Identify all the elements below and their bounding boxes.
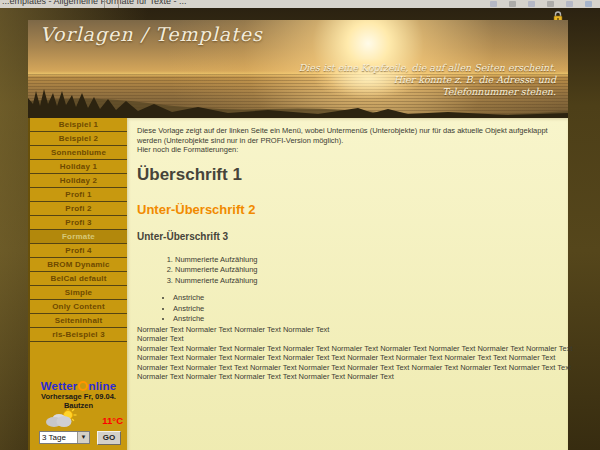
weather-forecast-date: Vorhersage Fr, 09.04. <box>30 392 127 401</box>
normal-text-line: Normaler Text <box>137 334 184 343</box>
numbered-list: Nummerierte Aufzählung Nummerierte Aufzä… <box>137 255 563 286</box>
sidebar-item-beispiel-2[interactable]: Beispiel 2 <box>30 132 127 146</box>
bullet-list: Anstriche Anstriche Anstriche <box>137 293 563 324</box>
browser-toolbar-icon[interactable] <box>528 1 535 7</box>
wetteronline-o-icon <box>78 381 88 391</box>
normal-text-line: Normaler Text Normaler Text Normaler Tex… <box>137 325 329 334</box>
screen: ...emplates - Allgemeine Formate für Tex… <box>0 0 600 450</box>
sidebar-item-rls-beispiel-3[interactable]: rls-Beispiel 3 <box>30 328 127 342</box>
formats-intro: Hier noch die Formatierungen: <box>137 145 563 155</box>
browser-toolbar-icons <box>490 0 592 8</box>
sidebar-item-profi-2[interactable]: Profi 2 <box>30 202 127 216</box>
tab-separator <box>104 0 105 8</box>
bullet-list-item: Anstriche <box>173 293 563 303</box>
browser-toolbar-icon[interactable] <box>490 1 497 7</box>
header-banner: Vorlagen / Templates Dies ist eine Kopfz… <box>28 20 568 118</box>
heading-3: Unter-Überschrift 3 <box>137 231 563 243</box>
intro-paragraph: Diese Vorlage zeigt auf der linken Seite… <box>137 126 567 145</box>
select-value: 3 Tage <box>40 432 77 443</box>
main-content: Diese Vorlage zeigt auf der linken Seite… <box>127 118 568 450</box>
heading-2: Unter-Überschrift 2 <box>137 202 563 217</box>
temperature-value: 11°C <box>102 415 123 426</box>
numbered-list-item: Nummerierte Aufzählung <box>175 255 563 265</box>
sidebar-item-profi-1[interactable]: Profi 1 <box>30 188 127 202</box>
weather-widget: Wetternline Vorhersage Fr, 09.04. Bautze… <box>30 380 127 445</box>
numbered-list-item: Nummerierte Aufzählung <box>175 265 563 275</box>
sidebar-menu: Beispiel 1 Beispiel 2 Sonnenblume Holida… <box>30 118 127 342</box>
weather-condition-row: 11°C <box>30 410 127 430</box>
heading-1: Überschrift 1 <box>137 165 563 185</box>
forecast-range-select[interactable]: 3 Tage ▼ <box>39 431 90 444</box>
weather-controls: 3 Tage ▼ GO <box>30 430 127 445</box>
sidebar-item-holiday-1[interactable]: Holiday 1 <box>30 160 127 174</box>
tagline-line: Telefonnummer stehen. <box>299 86 556 98</box>
sidebar-item-simple[interactable]: Simple <box>30 286 127 300</box>
go-button[interactable]: GO <box>97 431 121 445</box>
normal-text-long: Normaler Text Normaler Text Normaler Tex… <box>137 344 573 382</box>
sidebar-item-profi-4[interactable]: Profi 4 <box>30 244 127 258</box>
sidebar: Beispiel 1 Beispiel 2 Sonnenblume Holida… <box>28 118 127 450</box>
browser-toolbar-icon[interactable] <box>566 1 573 7</box>
logo-text-wetter: Wetter <box>41 380 78 392</box>
browser-toolbar-icon[interactable] <box>585 1 592 7</box>
sidebar-item-belcal-default[interactable]: BelCal default <box>30 272 127 286</box>
sidebar-item-profi-3[interactable]: Profi 3 <box>30 216 127 230</box>
sidebar-item-seiteninhalt[interactable]: Seiteninhalt <box>30 314 127 328</box>
tab-separator <box>118 0 119 8</box>
header-tagline: Dies ist eine Kopfzeile, die auf allen S… <box>299 62 556 98</box>
logo-text-nline: nline <box>88 380 116 392</box>
page-background: Vorlagen / Templates Dies ist eine Kopfz… <box>0 8 600 450</box>
sidebar-item-holiday-2[interactable]: Holiday 2 <box>30 174 127 188</box>
tagline-line: Hier könnte z. B. die Adresse und <box>299 74 556 86</box>
browser-tab-title[interactable]: ...emplates - Allgemeine Formate für Tex… <box>2 0 186 6</box>
sidebar-item-formate[interactable]: Formate <box>30 230 127 244</box>
sidebar-item-beispiel-1[interactable]: Beispiel 1 <box>30 118 127 132</box>
sidebar-item-only-content[interactable]: Only Content <box>30 300 127 314</box>
tagline-line: Dies ist eine Kopfzeile, die auf allen S… <box>299 62 556 74</box>
dropdown-arrow-icon[interactable]: ▼ <box>77 432 89 443</box>
site-title: Vorlagen / Templates <box>40 23 263 45</box>
browser-toolbar-icon[interactable] <box>509 1 516 7</box>
sidebar-item-sonnenblume[interactable]: Sonnenblume <box>30 146 127 160</box>
wetteronline-logo[interactable]: Wetternline <box>30 380 127 392</box>
sidebar-item-brom-dynamic[interactable]: BROM Dynamic <box>30 258 127 272</box>
bullet-list-item: Anstriche <box>173 304 563 314</box>
normal-text-short: Normaler Text Normaler Text Normaler Tex… <box>137 325 563 344</box>
bullet-list-item: Anstriche <box>173 314 563 324</box>
browser-toolbar-icon[interactable] <box>547 1 554 7</box>
numbered-list-item: Nummerierte Aufzählung <box>175 276 563 286</box>
sun-behind-cloud-icon <box>44 408 80 432</box>
